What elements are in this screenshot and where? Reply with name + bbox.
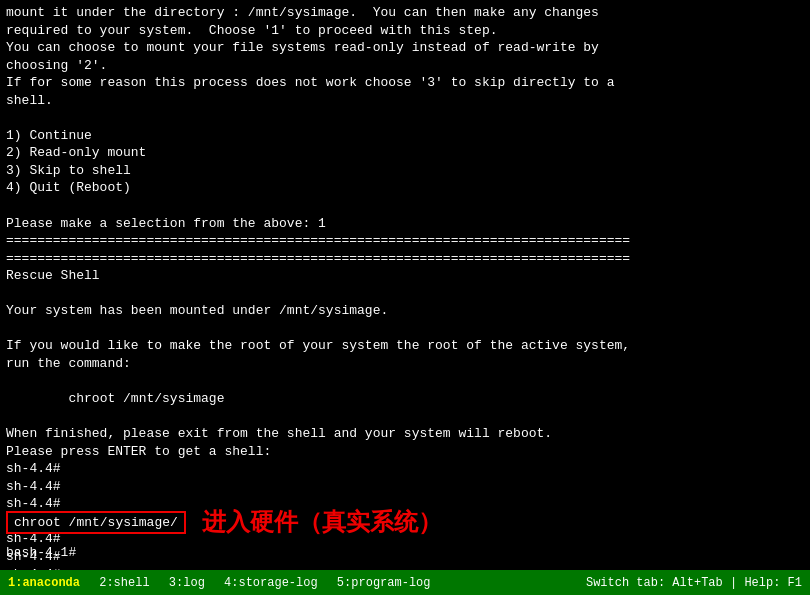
highlighted-command: chroot /mnt/sysimage/ — [6, 511, 186, 534]
annotation-row: chroot /mnt/sysimage/ 进入硬件（真实系统） — [0, 506, 810, 538]
terminal-output: mount it under the directory : /mnt/sysi… — [6, 4, 804, 570]
status-tab-program-log[interactable]: 5:program-log — [330, 576, 431, 590]
terminal-area: mount it under the directory : /mnt/sysi… — [0, 0, 810, 570]
status-help: Switch tab: Alt+Tab | Help: F1 — [586, 576, 802, 590]
status-tab-shell[interactable]: 2:shell — [92, 576, 150, 590]
annotation-text: 进入硬件（真实系统） — [202, 506, 442, 538]
bash-prompt: bash-4.1# — [6, 545, 76, 560]
status-tabs: 1:anaconda 2:shell 3:log 4:storage-log 5… — [8, 576, 443, 590]
status-bar: 1:anaconda 2:shell 3:log 4:storage-log 5… — [0, 570, 810, 595]
status-tab-log[interactable]: 3:log — [162, 576, 205, 590]
status-tab-anaconda[interactable]: 1:anaconda — [8, 576, 80, 590]
bash-prompt-line: bash-4.1# — [6, 545, 76, 560]
status-tab-storage-log[interactable]: 4:storage-log — [217, 576, 318, 590]
